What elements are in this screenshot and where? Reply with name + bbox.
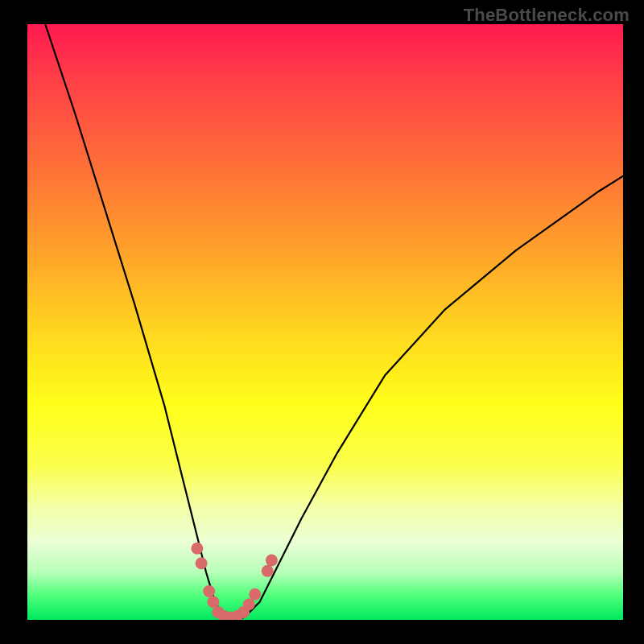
marker-dot — [262, 565, 274, 577]
marker-dot — [191, 543, 203, 555]
marker-dot — [243, 598, 255, 610]
curve-path — [45, 24, 623, 620]
marker-dot — [249, 588, 261, 601]
marker-dot — [203, 585, 215, 597]
highlight-markers — [191, 543, 278, 620]
chart-frame: TheBottleneck.com — [0, 0, 644, 644]
chart-svg — [27, 24, 623, 620]
watermark-text: TheBottleneck.com — [464, 5, 630, 26]
curve-line — [45, 24, 623, 620]
marker-dot — [196, 557, 208, 569]
plot-area — [27, 24, 623, 620]
marker-dot — [266, 555, 278, 567]
